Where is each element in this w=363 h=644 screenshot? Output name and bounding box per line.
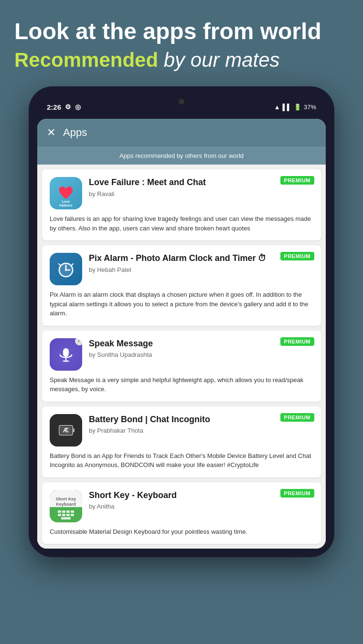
app-author-1: by Ravali — [89, 190, 280, 197]
premium-badge-3: PREMIUM — [280, 337, 314, 346]
wifi-icon: ▲ — [274, 104, 280, 111]
app-name-2: Pix Alarm - Photo Alarm Clock and Timer … — [89, 253, 280, 264]
record-icon: ◎ — [75, 103, 81, 111]
svg-rect-19 — [62, 514, 65, 516]
subtitle-bar: Apps recommended by others from our worl… — [37, 146, 326, 165]
svg-rect-22 — [61, 517, 71, 519]
app-icon-speak: ✓ — [50, 338, 82, 371]
microphone-svg — [57, 345, 75, 364]
app-card-speak[interactable]: PREMIUM ✓ — [42, 331, 321, 402]
app-name-3: Speak Message — [89, 338, 280, 349]
love-heart-svg — [57, 185, 75, 202]
svg-rect-21 — [71, 514, 74, 516]
app-header-row-1: LoveFailures Love Failure : Meet and Cha… — [50, 177, 313, 209]
app-header: ✕ Apps — [37, 119, 326, 146]
hero-section: Look at the apps from world Recommended … — [0, 0, 363, 86]
battery-bond-svg: Æ — [55, 420, 76, 441]
speak-badge: ✓ — [75, 338, 82, 345]
app-name-4: Battery Bond | Chat Incognito — [89, 414, 280, 425]
battery-icon: 🔋 — [294, 104, 301, 111]
svg-rect-13 — [73, 428, 75, 432]
app-card-keyboard[interactable]: PREMIUM Short KeyKeyboard — [42, 482, 321, 544]
notch — [150, 95, 213, 108]
svg-rect-20 — [66, 514, 70, 516]
subtitle-text: Apps recommended by others from our worl… — [119, 152, 244, 159]
premium-badge-5: PREMIUM — [280, 489, 314, 498]
keyboard-svg — [57, 509, 75, 520]
battery-percent: 37% — [304, 104, 316, 111]
app-header-row-4: Æ Battery Bond | Chat Incognito by Prabh… — [50, 414, 313, 447]
app-info-1: Love Failure : Meet and Chat by Ravali — [89, 177, 313, 197]
app-name-5: Short Key - Keyboard — [89, 490, 280, 501]
app-info-3: Speak Message by Sunitha Upadrashta — [89, 338, 313, 358]
premium-badge-1: PREMIUM — [280, 176, 314, 185]
app-author-2: by Hebah Patel — [89, 266, 280, 273]
app-description-4: Battery Bond is an App for Friends to Tr… — [50, 451, 313, 470]
app-card-pix[interactable]: PREMIUM — [42, 245, 321, 326]
app-card-battery[interactable]: PREMIUM Æ — [42, 406, 321, 478]
phone-screen: ✕ Apps Apps recommended by others from o… — [37, 119, 326, 549]
app-author-3: by Sunitha Upadrashta — [89, 351, 280, 358]
app-header-row-5: Short KeyKeyboard — [50, 490, 313, 522]
app-description-5: Customisable Material Design Keyboard fo… — [50, 527, 313, 537]
app-header-row-3: ✓ Speak Message by Sunitha Upadrashta — [50, 338, 313, 371]
svg-rect-14 — [58, 510, 61, 513]
time-display: 2:26 — [47, 103, 61, 111]
app-card-love[interactable]: PREMIUM LoveFailures Love Failure : M — [42, 169, 321, 240]
svg-text:Æ: Æ — [63, 427, 69, 434]
app-info-2: Pix Alarm - Photo Alarm Clock and Timer … — [89, 253, 313, 273]
app-info-4: Battery Bond | Chat Incognito by Prabhak… — [89, 414, 313, 434]
hero-title: Look at the apps from world — [14, 19, 349, 44]
phone-frame: 2:26 ⚙ ◎ ▲ ▌▌ 🔋 37% ✕ Apps App — [29, 86, 334, 557]
hero-bymates: by our mates — [158, 49, 279, 71]
premium-badge-2: PREMIUM — [280, 252, 314, 260]
svg-line-5 — [59, 264, 60, 265]
app-name-1: Love Failure : Meet and Chat — [89, 177, 280, 188]
premium-badge-4: PREMIUM — [280, 413, 314, 422]
app-icon-pix — [50, 253, 82, 285]
app-description-1: Love failures is an app for sharing love… — [50, 214, 313, 233]
close-button[interactable]: ✕ — [47, 126, 55, 139]
status-bar-right: ▲ ▌▌ 🔋 37% — [274, 104, 316, 111]
app-icon-battery: Æ — [50, 414, 82, 447]
hero-recommended: Recommended — [14, 49, 158, 71]
app-header-title: Apps — [63, 126, 87, 139]
svg-rect-7 — [63, 348, 69, 357]
app-info-5: Short Key - Keyboard by Anitha — [89, 490, 313, 510]
svg-rect-18 — [58, 514, 61, 516]
app-header-row-2: Pix Alarm - Photo Alarm Clock and Timer … — [50, 253, 313, 285]
app-author-4: by Prabhakar Thota — [89, 427, 280, 434]
camera-icon — [179, 99, 184, 104]
svg-point-4 — [65, 269, 67, 271]
svg-rect-17 — [71, 510, 74, 513]
hero-subtitle: Recommended by our mates — [14, 48, 349, 72]
apps-list: PREMIUM LoveFailures Love Failure : M — [37, 165, 326, 549]
status-bar-left: 2:26 ⚙ ◎ — [47, 103, 81, 111]
app-description-3: Speak Message is a very simple and helpf… — [50, 375, 313, 394]
love-app-label: LoveFailures — [50, 200, 82, 207]
app-icon-keyboard: Short KeyKeyboard — [50, 490, 82, 522]
alarm-svg — [55, 259, 76, 280]
app-icon-love: LoveFailures — [50, 177, 82, 209]
settings-icon: ⚙ — [65, 103, 71, 111]
phone-wrapper: 2:26 ⚙ ◎ ▲ ▌▌ 🔋 37% ✕ Apps App — [0, 86, 363, 576]
svg-line-6 — [72, 264, 73, 265]
app-author-5: by Anitha — [89, 503, 280, 510]
keyboard-bottom — [50, 507, 82, 522]
svg-rect-16 — [66, 510, 70, 513]
app-description-2: Pix Alarm is an alarm clock that display… — [50, 290, 313, 318]
keyboard-label: Short KeyKeyboard — [56, 493, 76, 507]
signal-icon: ▌▌ — [283, 104, 291, 111]
status-bar: 2:26 ⚙ ◎ ▲ ▌▌ 🔋 37% — [37, 95, 326, 119]
svg-rect-15 — [62, 510, 65, 513]
